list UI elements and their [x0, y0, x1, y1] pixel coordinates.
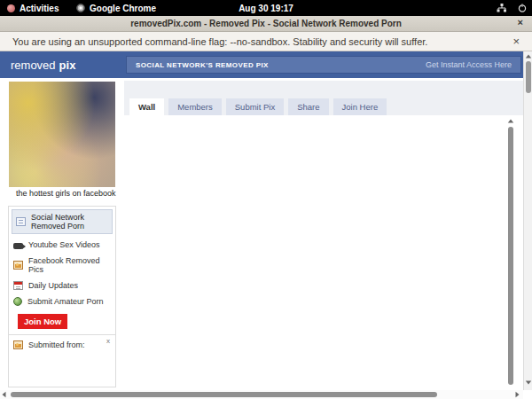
sidebar-menu: Social Network Removed Porn Youtube Sex … [8, 206, 116, 387]
get-access-link[interactable]: Get Instant Access Here [426, 60, 512, 69]
wall-icon [16, 217, 26, 226]
profile-photo-placeholder[interactable] [9, 82, 115, 187]
join-now-button[interactable]: Join Now [18, 314, 67, 329]
sidebar-item-social-network-removed[interactable]: Social Network Removed Porn [12, 209, 113, 234]
clock[interactable]: Aug 30 19:17 [0, 0, 532, 16]
tab-wall[interactable]: Wall [129, 98, 164, 115]
scroll-up-icon[interactable] [508, 120, 513, 123]
window-title: removedPix.com - Removed Pix - Social Ne… [130, 19, 402, 28]
tab-submit-pix[interactable]: Submit Pix [226, 98, 284, 115]
submitted-from-row: Submitted from: x [9, 335, 115, 355]
site-logo[interactable]: removedpix [11, 51, 75, 78]
infobar-message: You are using an unsupported command-lin… [12, 36, 427, 47]
tab-strip: Wall Members Submit Pix Share Join Here [124, 81, 523, 115]
infobar-close-icon[interactable]: × [512, 35, 520, 48]
window-title-bar[interactable]: removedPix.com - Removed Pix - Social Ne… [0, 16, 532, 32]
submitted-from-label: Submitted from: [28, 340, 85, 349]
submitted-close-icon[interactable]: x [106, 337, 110, 345]
banner-title: SOCIAL NETWORK'S REMOVED PIX [136, 61, 269, 69]
chrome-infobar: You are using an unsupported command-lin… [0, 32, 532, 51]
browser-vertical-scrollbar[interactable] [523, 51, 532, 390]
scrollbar-thumb[interactable] [508, 127, 513, 385]
scroll-left-icon[interactable] [3, 392, 6, 397]
browser-horizontal-scrollbar[interactable] [0, 390, 523, 399]
scroll-right-icon[interactable] [516, 392, 520, 397]
content-scrollbar[interactable] [507, 117, 515, 388]
scrollbar-thumb[interactable] [526, 61, 531, 93]
screen: Activities Google Chrome Aug 30 19:17 [0, 0, 532, 399]
header-banner: SOCIAL NETWORK'S REMOVED PIX Get Instant… [126, 56, 521, 74]
submitted-photo-icon [13, 340, 23, 349]
wall-content [117, 115, 507, 390]
system-tray [497, 0, 527, 16]
scrollbar-thumb[interactable] [11, 392, 437, 397]
sidebar-item-removed-pics[interactable]: Facebook Removed Pics [9, 253, 115, 278]
network-icon[interactable] [497, 4, 507, 12]
power-icon[interactable] [518, 4, 527, 12]
scroll-up-icon[interactable] [526, 55, 531, 59]
sidebar-item-daily-updates[interactable]: Daily Updates [9, 278, 115, 293]
sidebar-item-submit[interactable]: Submit Amateur Porn [9, 293, 115, 309]
globe-icon [13, 297, 22, 306]
tab-join-here[interactable]: Join Here [333, 98, 387, 115]
tab-share[interactable]: Share [288, 98, 328, 115]
photo-caption: the hottest girls on facebook [16, 189, 122, 198]
photo-icon [13, 261, 23, 270]
video-camera-icon [13, 243, 23, 249]
system-top-bar: Activities Google Chrome Aug 30 19:17 [0, 0, 532, 16]
sidebar-item-youtube-videos[interactable]: Youtube Sex Videos [9, 237, 115, 253]
tabs: Wall Members Submit Pix Share Join Here [129, 98, 387, 115]
scroll-down-icon[interactable] [526, 381, 531, 385]
calendar-icon [13, 281, 23, 290]
site-header: removedpix SOCIAL NETWORK'S REMOVED PIX … [0, 51, 532, 78]
tab-members[interactable]: Members [168, 98, 222, 115]
window-close-icon[interactable]: × [518, 17, 523, 27]
